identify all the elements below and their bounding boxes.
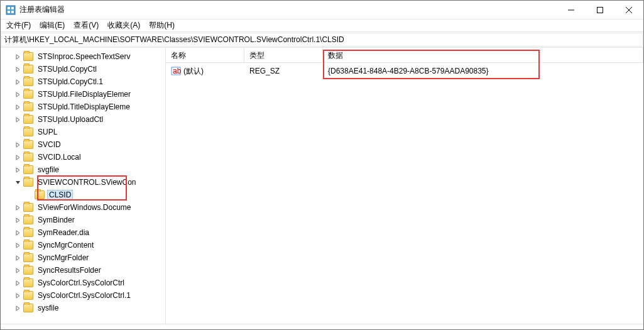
value-data: {D638AE41-848A-4B29-A8CB-579AADA90835} [323, 67, 643, 75]
list-row[interactable]: ab (默认) REG_SZ {D638AE41-848A-4B29-A8CB-… [166, 63, 643, 77]
tree-item[interactable]: CLSID [1, 189, 165, 201]
regedit-icon [6, 5, 16, 15]
svg-rect-2 [11, 7, 14, 9]
chevron-right-icon[interactable] [13, 305, 22, 311]
tree-item[interactable]: STSUpld.UploadCtl [1, 113, 165, 126]
folder-icon [23, 241, 33, 250]
tree-item[interactable]: STSUpld.CopyCtl.1 [1, 75, 165, 88]
tree-label: SVCID.Local [36, 152, 83, 162]
chevron-right-icon[interactable] [13, 54, 22, 60]
tree-item[interactable]: SysColorCtrl.SysColorCtrl [1, 277, 165, 289]
folder-icon [23, 291, 33, 300]
chevron-right-icon[interactable] [13, 255, 22, 261]
address-text: 计算机\HKEY_LOCAL_MACHINE\SOFTWARE\Classes\… [4, 35, 344, 45]
svg-rect-3 [8, 11, 10, 13]
tree-item[interactable]: STSInproc.SpeechTextServ [1, 50, 165, 63]
tree-label: SymBinder [36, 215, 77, 225]
string-value-icon: ab [171, 66, 181, 76]
menu-file[interactable]: 文件(F) [2, 19, 35, 32]
tree-item[interactable]: SysColorCtrl.SysColorCtrl.1 [1, 289, 165, 302]
address-bar[interactable]: 计算机\HKEY_LOCAL_MACHINE\SOFTWARE\Classes\… [1, 33, 643, 47]
chevron-right-icon[interactable] [13, 205, 22, 211]
folder-icon [23, 128, 33, 136]
value-type: REG_SZ [244, 67, 323, 75]
column-data[interactable]: 数据 [323, 48, 643, 62]
svg-rect-4 [11, 11, 14, 13]
window-title: 注册表编辑器 [19, 4, 557, 15]
tree-item[interactable]: SyncMgrFolder [1, 251, 165, 264]
folder-icon [23, 90, 33, 99]
chevron-down-icon[interactable] [13, 180, 22, 185]
close-button[interactable] [614, 1, 643, 19]
column-type[interactable]: 类型 [244, 48, 323, 62]
tree-item[interactable]: STSUpld.TitleDisplayEleme [1, 101, 165, 113]
tree-item[interactable]: SyncResultsFolder [1, 264, 165, 277]
tree-label: SyncMgrFolder [36, 253, 90, 263]
chevron-right-icon[interactable] [13, 117, 22, 123]
svg-rect-6 [598, 7, 603, 13]
folder-icon [23, 203, 33, 212]
tree-label: STSUpld.CopyCtl [36, 64, 99, 74]
tree-label: SysColorCtrl.SysColorCtrl.1 [36, 290, 133, 300]
tree-item[interactable]: SVCID [1, 138, 165, 151]
chevron-right-icon[interactable] [13, 167, 22, 173]
chevron-right-icon[interactable] [13, 92, 22, 97]
list-header: 名称 类型 数据 [166, 48, 643, 63]
statusbar [1, 324, 643, 327]
folder-icon [35, 190, 45, 199]
tree-item[interactable]: svgfile [1, 163, 165, 176]
tree-label: SVCID [36, 140, 63, 150]
minimize-button[interactable] [557, 1, 586, 19]
chevron-right-icon[interactable] [13, 280, 22, 286]
svg-rect-1 [8, 7, 10, 9]
tree-item[interactable]: STSUpld.FileDisplayElemer [1, 88, 165, 101]
folder-icon [23, 278, 33, 287]
folder-icon [23, 266, 33, 275]
tree-pane[interactable]: STSInproc.SpeechTextServSTSUpld.CopyCtlS… [1, 48, 166, 324]
tree-item[interactable]: SUPL [1, 126, 165, 138]
list-body[interactable]: ab (默认) REG_SZ {D638AE41-848A-4B29-A8CB-… [166, 63, 643, 324]
chevron-right-icon[interactable] [13, 67, 22, 72]
tree-item[interactable]: SVIEWCONTROL.SViewCon [1, 176, 165, 189]
maximize-button[interactable] [586, 1, 614, 19]
tree-item[interactable]: SyncMgrContent [1, 239, 165, 251]
folder-icon [23, 304, 33, 312]
tree-item[interactable]: SVCID.Local [1, 151, 165, 163]
tree-label: SymReader.dia [36, 228, 91, 238]
chevron-right-icon[interactable] [13, 243, 22, 248]
folder-icon [23, 77, 33, 86]
folder-icon [23, 52, 33, 61]
tree-label: SUPL [36, 127, 59, 137]
folder-icon [23, 140, 33, 149]
value-name-cell: ab (默认) [166, 66, 244, 77]
chevron-right-icon[interactable] [13, 230, 22, 236]
menu-help[interactable]: 帮助(H) [145, 19, 179, 32]
tree-item[interactable]: SymBinder [1, 214, 165, 226]
chevron-right-icon[interactable] [13, 142, 22, 148]
folder-icon [23, 165, 33, 174]
tree-label: SyncMgrContent [36, 240, 96, 250]
column-name[interactable]: 名称 [166, 48, 244, 62]
tree-item[interactable]: sysfile [1, 302, 165, 314]
tree-item[interactable]: SymReader.dia [1, 226, 165, 239]
list-pane: 名称 类型 数据 ab (默认) REG_SZ {D638AE41-848A-4… [166, 48, 643, 324]
tree-item[interactable]: SViewForWindows.Docume [1, 201, 165, 214]
menu-favorites[interactable]: 收藏夹(A) [103, 19, 145, 32]
tree-label: SysColorCtrl.SysColorCtrl [36, 278, 126, 288]
menubar: 文件(F) 编辑(E) 查看(V) 收藏夹(A) 帮助(H) [1, 19, 643, 32]
chevron-right-icon[interactable] [13, 217, 22, 223]
svg-text:ab: ab [173, 67, 181, 75]
tree-item[interactable]: STSUpld.CopyCtl [1, 63, 165, 75]
menu-edit[interactable]: 编辑(E) [35, 19, 69, 32]
chevron-right-icon[interactable] [13, 268, 22, 273]
chevron-right-icon[interactable] [13, 104, 22, 110]
tree-label: STSInproc.SpeechTextServ [36, 52, 132, 62]
tree-label: SyncResultsFolder [36, 265, 103, 275]
chevron-right-icon[interactable] [13, 79, 22, 85]
chevron-right-icon[interactable] [13, 155, 22, 160]
menu-view[interactable]: 查看(V) [69, 19, 103, 32]
chevron-right-icon[interactable] [13, 293, 22, 299]
tree-label: SViewForWindows.Docume [36, 202, 133, 212]
titlebar: 注册表编辑器 [1, 1, 643, 19]
folder-icon [23, 228, 33, 237]
